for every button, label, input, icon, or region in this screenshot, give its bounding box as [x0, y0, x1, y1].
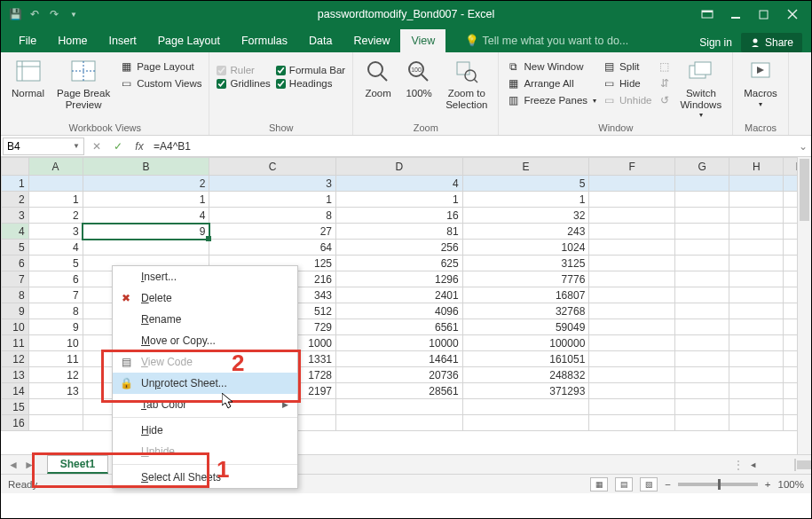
cell[interactable]: [589, 240, 675, 256]
ctx-insert[interactable]: Insert...: [113, 266, 297, 287]
col-header-A[interactable]: A: [28, 158, 83, 176]
zoom-100-button[interactable]: 100100%: [401, 56, 437, 101]
cell[interactable]: 6: [28, 271, 83, 287]
row-header[interactable]: 8: [2, 287, 29, 303]
cell[interactable]: 81: [336, 224, 463, 240]
cell[interactable]: 9: [28, 319, 83, 335]
cell[interactable]: 1: [83, 192, 209, 208]
cell[interactable]: [675, 256, 729, 271]
cell[interactable]: 11: [28, 351, 83, 367]
col-header-C[interactable]: C: [209, 158, 336, 176]
cell[interactable]: [729, 224, 784, 240]
formula-input[interactable]: =A4^B1: [150, 140, 795, 153]
normal-view-button[interactable]: Normal: [8, 56, 48, 101]
cell[interactable]: 10000: [336, 335, 463, 351]
cell[interactable]: 7776: [462, 271, 589, 287]
maximize-icon[interactable]: [756, 6, 772, 22]
cell[interactable]: [675, 271, 729, 287]
cell[interactable]: 12: [28, 367, 83, 383]
cell[interactable]: 64: [209, 240, 336, 256]
cell[interactable]: 6561: [336, 319, 463, 335]
col-header-G[interactable]: G: [675, 158, 729, 176]
cell[interactable]: [729, 271, 784, 287]
minimize-icon[interactable]: [728, 6, 744, 22]
row-header[interactable]: 11: [2, 335, 29, 351]
horizontal-scrollbar[interactable]: [794, 459, 796, 471]
cell[interactable]: 3: [209, 176, 336, 192]
view-page-layout-icon[interactable]: ▤: [615, 477, 633, 491]
cell[interactable]: [28, 415, 83, 431]
cell[interactable]: 27: [209, 224, 336, 240]
gridlines-checkbox[interactable]: Gridlines: [217, 78, 270, 89]
cell[interactable]: [589, 415, 675, 431]
cell[interactable]: [589, 208, 675, 224]
headings-checkbox[interactable]: Headings: [276, 78, 345, 89]
cell[interactable]: [729, 335, 784, 351]
cell[interactable]: [336, 399, 463, 415]
ctx-move-copy[interactable]: Move or Copy...: [113, 330, 297, 351]
arrange-all-button[interactable]: ▦Arrange All: [506, 76, 596, 90]
cell[interactable]: [336, 415, 463, 431]
cell[interactable]: 1024: [462, 240, 589, 256]
cell[interactable]: [589, 335, 675, 351]
cell[interactable]: [462, 415, 589, 431]
vertical-scrollbar[interactable]: [797, 157, 811, 454]
cell[interactable]: [729, 319, 784, 335]
cell[interactable]: 2: [83, 176, 209, 192]
cell[interactable]: 256: [336, 240, 463, 256]
switch-windows-button[interactable]: Switch Windows▾: [677, 56, 726, 122]
freeze-panes-button[interactable]: ▥Freeze Panes▾: [506, 93, 596, 107]
hscroll-left-icon[interactable]: ◄: [747, 460, 759, 469]
cell[interactable]: 4: [336, 176, 463, 192]
tab-review[interactable]: Review: [343, 29, 400, 52]
row-header[interactable]: 9: [2, 303, 29, 319]
cell[interactable]: [589, 399, 675, 415]
formula-bar-checkbox[interactable]: Formula Bar: [276, 65, 345, 75]
cell[interactable]: [589, 367, 675, 383]
tab-page-layout[interactable]: Page Layout: [147, 29, 231, 52]
cell[interactable]: [729, 415, 784, 431]
row-header[interactable]: 5: [2, 240, 29, 256]
cell[interactable]: 20736: [336, 367, 463, 383]
col-header-H[interactable]: H: [729, 158, 784, 176]
new-window-button[interactable]: ⧉New Window: [506, 59, 596, 74]
cell[interactable]: 7: [28, 287, 83, 303]
split-button[interactable]: ▤Split: [602, 59, 651, 74]
cell[interactable]: [675, 208, 729, 224]
custom-views-button[interactable]: ▭Custom Views: [119, 76, 201, 90]
tab-nav-prev-icon[interactable]: ◄: [8, 459, 19, 471]
share-button[interactable]: Share: [741, 33, 802, 52]
cell[interactable]: 28561: [336, 383, 463, 399]
cell[interactable]: 16: [336, 208, 463, 224]
cell[interactable]: [675, 240, 729, 256]
cell[interactable]: [729, 240, 784, 256]
cell[interactable]: 243: [462, 224, 589, 240]
ribbon-options-icon[interactable]: [699, 6, 715, 22]
cell[interactable]: 1: [28, 192, 83, 208]
cell[interactable]: 32: [462, 208, 589, 224]
row-header[interactable]: 2: [2, 192, 29, 208]
cell[interactable]: 13: [28, 383, 83, 399]
cell[interactable]: [675, 224, 729, 240]
zoom-button[interactable]: Zoom: [360, 56, 396, 101]
tab-file[interactable]: File: [8, 29, 47, 52]
cell[interactable]: [589, 383, 675, 399]
view-normal-icon[interactable]: ▦: [590, 477, 608, 491]
chevron-down-icon[interactable]: ▼: [73, 142, 80, 150]
fx-icon[interactable]: fx: [129, 140, 150, 153]
cell[interactable]: [675, 303, 729, 319]
row-header[interactable]: 1: [2, 176, 29, 192]
zoom-out-icon[interactable]: −: [665, 479, 671, 490]
sign-in-link[interactable]: Sign in: [699, 36, 732, 49]
tab-insert[interactable]: Insert: [99, 29, 147, 52]
cell[interactable]: [675, 415, 729, 431]
cell[interactable]: [83, 240, 209, 256]
cell[interactable]: [729, 208, 784, 224]
tab-data[interactable]: Data: [298, 29, 343, 52]
page-layout-button[interactable]: ▦Page Layout: [119, 59, 201, 74]
cell[interactable]: 2401: [336, 287, 463, 303]
cell[interactable]: [675, 383, 729, 399]
row-header[interactable]: 6: [2, 256, 29, 271]
cell[interactable]: [729, 303, 784, 319]
cell[interactable]: 371293: [462, 383, 589, 399]
